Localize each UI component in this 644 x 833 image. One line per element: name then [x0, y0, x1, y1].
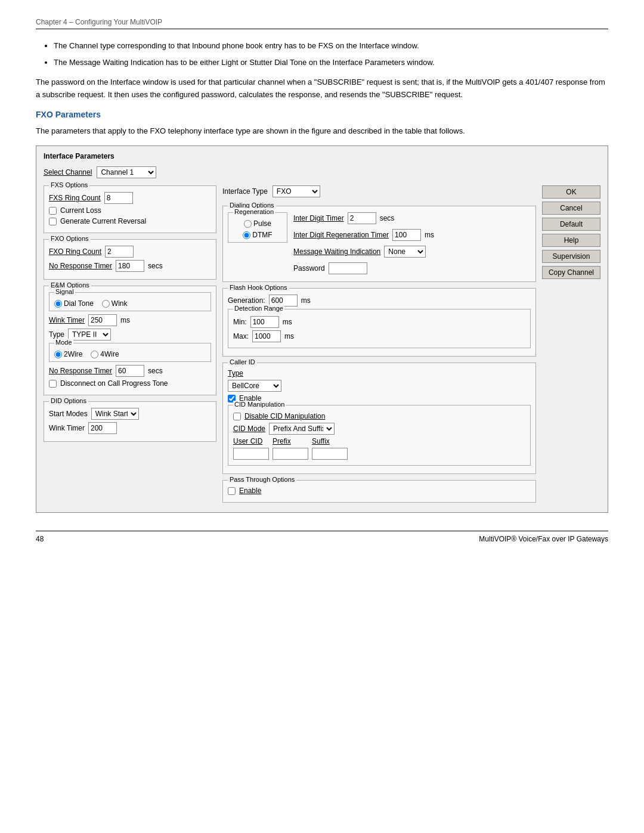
start-modes-select[interactable]: Wink Start: [91, 408, 139, 420]
inter-digit-label: Inter Digit Timer: [293, 214, 344, 222]
bellcore-row: BellCore: [228, 380, 531, 392]
wink-timer-label: Wink Timer: [49, 316, 85, 324]
supervision-button[interactable]: Supervision: [542, 250, 600, 263]
cid-manipulation-group: CID Manipulation Disable CID Manipulatio…: [228, 405, 531, 466]
page-footer: 48 MultiVOIP® Voice/Fax over IP Gateways: [36, 531, 608, 543]
max-row: Max: ms: [233, 330, 525, 342]
suffix-input[interactable]: [312, 448, 348, 460]
4wire-radio[interactable]: [91, 351, 98, 358]
disconnect-checkbox[interactable]: [49, 380, 57, 388]
pulse-radio[interactable]: [244, 220, 252, 228]
default-button[interactable]: Default: [542, 218, 600, 231]
no-response-timer-label: No Response Timer: [49, 262, 112, 270]
inter-digit-input[interactable]: [348, 212, 376, 224]
help-button[interactable]: Help: [542, 234, 600, 247]
copy-channel-button[interactable]: Copy Channel: [542, 266, 600, 279]
fxs-ring-count-input[interactable]: [104, 192, 133, 204]
dial-tone-radio-label: Dial Tone: [54, 299, 94, 308]
cid-mode-select[interactable]: Prefix And Suffix: [269, 423, 335, 435]
mode-group: Mode 2Wire 4Wire: [49, 343, 211, 362]
em-no-response-row: No Response Timer secs: [49, 365, 211, 377]
detection-range-title: Detection Range: [233, 305, 284, 312]
msg-waiting-row: Message Waiting Indication None: [293, 246, 531, 258]
bellcore-select[interactable]: BellCore: [228, 380, 281, 392]
product-name: MultiVOIP® Voice/Fax over IP Gateways: [479, 535, 608, 543]
did-options-group: DID Options Start Modes Wink Start Wink …: [44, 401, 216, 442]
mode-title: Mode: [54, 339, 73, 346]
caller-id-title: Caller ID: [228, 358, 257, 366]
min-input[interactable]: [250, 316, 279, 328]
did-options-title: DID Options: [49, 397, 88, 404]
em-type-select[interactable]: TYPE II: [68, 329, 111, 340]
em-type-row: Type TYPE II: [49, 329, 211, 340]
max-input[interactable]: [252, 330, 281, 342]
page-header: Chapter 4 – Configuring Your MultiVOIP: [36, 18, 608, 29]
fxs-options-group: FXS Options FXS Ring Count Current Loss …: [44, 185, 216, 233]
inter-digit-regen-input[interactable]: [392, 229, 421, 241]
interface-type-label: Interface Type: [222, 187, 268, 196]
password-label: Password: [293, 264, 325, 272]
start-modes-label: Start Modes: [49, 410, 88, 418]
em-no-response-label: No Response Timer: [49, 367, 112, 375]
pass-through-enable-checkbox[interactable]: [228, 487, 236, 495]
flash-hook-title: Flash Hook Options: [228, 284, 289, 291]
2wire-radio[interactable]: [54, 351, 62, 358]
user-cid-label: User CID: [233, 437, 269, 445]
bullet-item-2: The Message Waiting Indication has to be…: [54, 57, 608, 69]
inter-digit-regen-unit: ms: [425, 231, 434, 239]
pass-through-enable-label: Enable: [239, 487, 261, 495]
dialog-title: Interface Parameters: [44, 152, 600, 160]
inter-digit-row: Inter Digit Timer secs: [293, 212, 531, 224]
fxo-ring-count-input[interactable]: [105, 246, 134, 258]
select-channel-dropdown[interactable]: Channel 1: [97, 166, 156, 178]
password-row: Password: [293, 262, 531, 274]
generate-reversal-label: Generate Current Reversal: [60, 217, 146, 225]
interface-type-row: Interface Type FXO: [222, 185, 536, 197]
cancel-button[interactable]: Cancel: [542, 202, 600, 215]
signal-radio-group: Dial Tone Wink: [54, 299, 206, 308]
em-no-response-input[interactable]: [116, 365, 144, 377]
cid-fields-header: User CID Prefix Suffix: [233, 437, 525, 445]
dial-tone-radio[interactable]: [54, 300, 62, 308]
current-loss-label: Current Loss: [60, 206, 101, 215]
did-wink-timer-row: Wink Timer: [49, 422, 211, 434]
prefix-input[interactable]: [273, 448, 308, 460]
caller-id-type-row: Type: [228, 369, 531, 377]
generate-reversal-checkbox[interactable]: [49, 218, 57, 225]
min-row: Min: ms: [233, 316, 525, 328]
user-cid-input[interactable]: [233, 448, 269, 460]
did-wink-timer-input[interactable]: [88, 422, 117, 434]
msg-waiting-select[interactable]: None: [384, 246, 426, 258]
regeneration-title: Regeneration: [233, 208, 275, 215]
cid-manipulation-title: CID Manipulation: [233, 401, 286, 408]
disable-cid-checkbox[interactable]: [233, 413, 241, 420]
fxo-options-group: FXO Options FXO Ring Count No Response T…: [44, 239, 216, 280]
wink-radio[interactable]: [102, 300, 110, 308]
select-channel-row: Select Channel Channel 1: [44, 166, 600, 178]
section-heading: FXO Parameters: [36, 110, 608, 119]
max-unit: ms: [284, 332, 294, 340]
no-response-timer-row: No Response Timer secs: [49, 260, 211, 272]
prefix-label: Prefix: [273, 437, 308, 445]
cid-inputs-row: [233, 448, 525, 460]
signal-group: Signal Dial Tone Wink: [49, 292, 211, 311]
interface-type-select[interactable]: FXO: [273, 185, 320, 197]
password-input[interactable]: [329, 262, 367, 274]
suffix-label: Suffix: [312, 437, 348, 445]
max-label: Max:: [233, 332, 249, 340]
generate-reversal-row: Generate Current Reversal: [49, 217, 211, 225]
bullet-list: The Channel type corresponding to that I…: [54, 40, 608, 68]
no-response-timer-input[interactable]: [116, 260, 144, 272]
em-no-response-unit: secs: [148, 367, 163, 375]
signal-title: Signal: [54, 288, 75, 295]
caller-id-group: Caller ID Type BellCore Enable: [222, 363, 536, 474]
mode-radio-group: 2Wire 4Wire: [54, 350, 206, 358]
ok-button[interactable]: OK: [542, 185, 600, 199]
current-loss-checkbox[interactable]: [49, 207, 57, 215]
disable-cid-row: Disable CID Manipulation: [233, 412, 525, 420]
fxs-options-title: FXS Options: [49, 181, 89, 188]
wink-radio-label: Wink: [102, 299, 128, 308]
wink-timer-input[interactable]: [88, 314, 117, 326]
inter-digit-regen-row: Inter Digit Regeneration Timer ms: [293, 229, 531, 241]
dtmf-radio[interactable]: [243, 231, 250, 239]
